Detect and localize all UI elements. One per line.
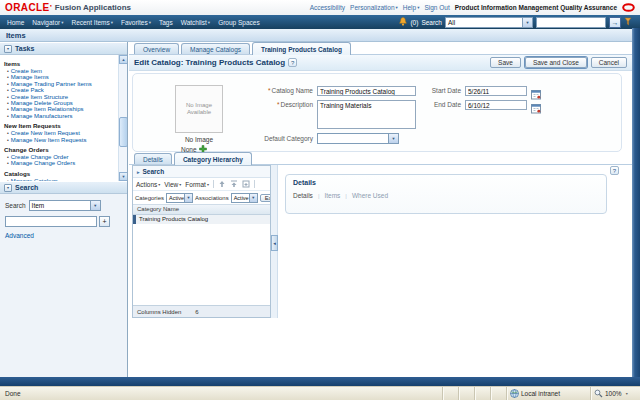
description-label-text: Description xyxy=(280,101,313,108)
tree-go-to-top-icon[interactable] xyxy=(230,180,238,188)
advanced-search-link[interactable]: Advanced xyxy=(5,232,34,239)
tasks-header-label: Tasks xyxy=(15,45,34,52)
scroll-down-icon[interactable]: ▼ xyxy=(119,172,127,181)
status-segment xyxy=(490,387,506,400)
advanced-search-icon[interactable] xyxy=(624,17,633,28)
search-go-button[interactable]: → xyxy=(609,17,621,28)
view-menu[interactable]: View▾ xyxy=(164,181,181,188)
user-context-label: Product Information Management Quality A… xyxy=(455,4,617,11)
select-arrow-icon: ▼ xyxy=(249,194,257,202)
status-text: Done xyxy=(0,387,442,400)
nav-favorites[interactable]: Favorites▾ xyxy=(121,19,151,26)
disclosure-icon[interactable]: ▸ xyxy=(137,166,140,178)
link-manage-change-orders[interactable]: Manage Change Orders xyxy=(11,160,75,166)
link-manage-new-item-requests[interactable]: Manage New Item Requests xyxy=(11,137,87,143)
link-manage-catalogs[interactable]: Manage Catalogs xyxy=(11,178,58,181)
catalog-name-label: *Catalog Name xyxy=(217,87,313,94)
subtabstrip: Details Category Hierarchy xyxy=(129,152,632,165)
link-separator: | xyxy=(345,193,347,199)
scrollbar-thumb[interactable] xyxy=(119,117,127,147)
sidebar-search-scope-select[interactable]: Item ▼ xyxy=(29,200,101,211)
nav-favorites-label: Favorites xyxy=(121,19,148,26)
subtab-details[interactable]: Details xyxy=(134,153,172,164)
nav-watchlist[interactable]: Watchlist▾ xyxy=(181,19,210,26)
tab-manage-catalogs[interactable]: Manage Catalogs xyxy=(181,43,250,54)
notifications-bell-icon[interactable] xyxy=(399,17,407,28)
personalization-menu[interactable]: Personalization▾ xyxy=(350,4,398,11)
nav-home[interactable]: Home xyxy=(7,19,24,26)
zoom-segment[interactable]: 100% ▾ xyxy=(590,387,640,400)
panel-splitter[interactable]: ◂ xyxy=(271,165,278,318)
catalog-name-label-text: Catalog Name xyxy=(271,87,313,94)
sidebar-search-go-button[interactable]: + xyxy=(99,216,110,227)
search-accordion-header[interactable]: ▾ Search xyxy=(0,181,127,194)
tasks-list: Items •Create Item •Manage Items •Manage… xyxy=(0,55,127,181)
tree-search-header[interactable]: ▸ Search xyxy=(133,166,270,178)
associations-filter-select[interactable]: Active ▼ xyxy=(231,193,258,203)
details-panel: ? Details Details | Items | Where Used xyxy=(278,165,622,318)
category-name-column-header[interactable]: Category Name xyxy=(133,205,270,215)
personalization-label: Personalization xyxy=(350,4,394,11)
tasks-scrollbar[interactable]: ▲ ▼ xyxy=(118,55,127,181)
global-search-input[interactable] xyxy=(536,17,606,28)
category-row[interactable]: Training Products Catalog xyxy=(133,215,270,224)
nav-recent-items-label: Recent Items xyxy=(71,19,109,26)
dropdown-caret-icon: ▾ xyxy=(396,5,398,10)
help-icon[interactable]: ? xyxy=(610,166,619,175)
columns-hidden-count: 6 xyxy=(195,309,198,315)
tab-training-products-catalog[interactable]: Training Products Catalog xyxy=(252,42,351,55)
nav-navigator[interactable]: Navigator▾ xyxy=(32,19,63,26)
associations-filter-label: Associations xyxy=(195,195,229,201)
actions-menu-label: Actions xyxy=(136,181,157,188)
header-buttons: Save Save and Close Cancel xyxy=(490,57,627,68)
category-tree-panel: ▸ Search Actions▾ View▾ Format▾ Categori… xyxy=(132,165,271,318)
help-menu[interactable]: Help▾ xyxy=(403,4,420,11)
view-menu-label: View xyxy=(164,181,178,188)
start-date-input[interactable] xyxy=(465,86,527,96)
help-icon[interactable]: ? xyxy=(288,58,297,67)
nav-group-spaces[interactable]: Group Spaces xyxy=(218,19,260,26)
collapse-icon[interactable]: ▾ xyxy=(4,45,12,53)
end-date-calendar-icon[interactable] xyxy=(531,100,541,118)
no-image-text: No Image Available xyxy=(182,102,216,116)
end-date-input[interactable] xyxy=(465,100,527,110)
oracle-wordmark-tick: ’ xyxy=(50,3,52,12)
dropdown-caret-icon: ▾ xyxy=(417,5,419,10)
nav-tags[interactable]: Tags xyxy=(159,19,173,26)
details-tab-link[interactable]: Details xyxy=(293,192,313,199)
security-zone-label: Local intranet xyxy=(521,390,560,397)
scroll-up-icon[interactable]: ▲ xyxy=(119,55,127,64)
tree-show-as-top-icon[interactable] xyxy=(242,180,250,188)
catalog-image-placeholder: No Image Available xyxy=(175,85,223,133)
default-category-select[interactable]: ▼ xyxy=(317,133,399,144)
tasks-section-catalogs: Catalogs •Manage Catalogs xyxy=(3,170,116,181)
save-and-close-button[interactable]: Save and Close xyxy=(525,57,587,68)
tab-overview[interactable]: Overview xyxy=(134,43,179,54)
accessibility-link[interactable]: Accessibility xyxy=(310,4,345,11)
splitter-collapse-icon[interactable]: ◂ xyxy=(271,235,278,251)
application-window: ORACLE ’ Fusion Applications Accessibili… xyxy=(0,0,640,400)
edit-catalog-title: Edit Catalog: Training Products Catalog xyxy=(134,58,285,67)
sidebar-search-input[interactable] xyxy=(5,216,97,227)
save-button[interactable]: Save xyxy=(490,57,521,68)
tasks-accordion-header[interactable]: ▾ Tasks xyxy=(0,42,127,55)
dropdown-caret-icon: ▾ xyxy=(61,20,63,25)
dropdown-caret-icon: ▾ xyxy=(179,182,181,187)
window-border-right xyxy=(632,28,640,386)
items-tab-link[interactable]: Items xyxy=(324,192,340,199)
subtab-category-hierarchy[interactable]: Category Hierarchy xyxy=(174,152,252,165)
collapse-icon[interactable]: ▾ xyxy=(4,184,12,192)
global-search-scope-select[interactable]: All ▼ xyxy=(445,17,533,28)
export-button[interactable]: Export xyxy=(260,194,270,202)
search-scope-value: All xyxy=(446,19,522,26)
nav-recent-items[interactable]: Recent Items▾ xyxy=(71,19,113,26)
categories-filter-label: Categories xyxy=(135,195,164,201)
categories-filter-select[interactable]: Active ▼ xyxy=(166,193,193,203)
sign-out-link[interactable]: Sign Out xyxy=(424,4,449,11)
link-manage-manufacturers[interactable]: Manage Manufacturers xyxy=(11,113,73,119)
cancel-button[interactable]: Cancel xyxy=(591,57,627,68)
format-menu[interactable]: Format▾ xyxy=(185,181,209,188)
actions-menu[interactable]: Actions▾ xyxy=(136,181,160,188)
where-used-tab-link[interactable]: Where Used xyxy=(352,192,388,199)
tree-go-up-icon[interactable] xyxy=(218,180,226,188)
